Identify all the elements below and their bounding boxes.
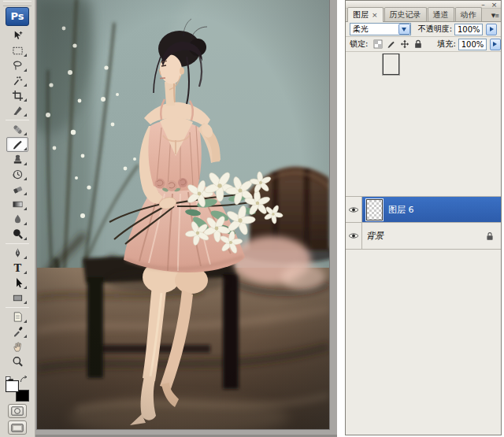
svg-text:T: T [13, 262, 21, 274]
tool-blur-icon[interactable] [6, 212, 28, 227]
tool-magic-wand-icon[interactable] [6, 73, 28, 88]
blend-mode-value: 柔光 [350, 24, 398, 35]
close-button[interactable]: × [491, 2, 498, 8]
tool-eyedropper-icon[interactable] [6, 324, 28, 339]
tool-pen-icon[interactable] [6, 246, 28, 261]
tab-通道[interactable]: 通道 [428, 7, 454, 21]
lock-paint-icon[interactable] [385, 39, 397, 50]
layer-thumbnail[interactable] [366, 199, 383, 220]
lock-row: 锁定: 填充: 100% [346, 37, 501, 52]
tool-marquee-icon[interactable] [6, 43, 28, 58]
tool-slice-icon[interactable] [6, 103, 28, 118]
tool-separator [6, 307, 29, 308]
layer-row[interactable]: 背景 [346, 223, 501, 250]
blend-mode-select[interactable]: 柔光 [350, 23, 411, 35]
tool-lasso-icon[interactable] [6, 58, 28, 73]
tool-healing-brush-icon[interactable] [6, 122, 28, 137]
panel-menu-icon[interactable]: ▼≡ [491, 13, 498, 19]
opacity-label: 不透明度: [418, 24, 452, 35]
opacity-slider-button[interactable] [486, 24, 497, 35]
toolbar-tools: T [0, 28, 35, 369]
tool-separator [6, 243, 29, 244]
tab-图层[interactable]: 图层× [347, 7, 384, 22]
tool-notes-icon[interactable] [6, 309, 28, 324]
foreground-color-swatch[interactable] [6, 380, 19, 392]
layers-palette: – × 图层×历史记录通道动作▼≡ 柔光 不透明度: 100% 锁定: 填充: … [345, 0, 502, 435]
layer-row-body[interactable]: 图层 6 [362, 197, 501, 222]
tool-palette: Ps T [0, 0, 35, 437]
lock-transparency-icon[interactable] [372, 39, 384, 50]
tool-path-select-icon[interactable] [6, 276, 28, 291]
layer-row-body[interactable]: 背景 [362, 223, 501, 249]
palette-grabber[interactable] [3, 1, 32, 6]
layer-row[interactable]: 图层 6 [346, 196, 501, 223]
tab-动作[interactable]: 动作 [455, 7, 482, 21]
tool-eraser-icon[interactable] [6, 182, 28, 197]
color-swatches [5, 376, 30, 402]
tab-历史记录[interactable]: 历史记录 [384, 7, 427, 21]
layer-name: 图层 6 [388, 204, 414, 216]
tool-zoom-icon[interactable] [6, 354, 28, 369]
tool-type-icon[interactable]: T [6, 261, 28, 276]
lock-move-icon[interactable] [398, 39, 410, 50]
layers-list: 图层 6背景 [346, 54, 501, 435]
tool-brush-icon[interactable] [6, 137, 28, 152]
quick-mask-button[interactable] [8, 404, 27, 418]
screen-mode-button[interactable] [8, 420, 27, 435]
blend-row: 柔光 不透明度: 100% [346, 22, 501, 37]
tab-close-icon[interactable]: × [372, 11, 378, 19]
layer-name: 背景 [366, 230, 384, 242]
layer-thumbnail[interactable] [383, 54, 399, 75]
blend-dropdown-arrow-icon[interactable] [398, 24, 410, 35]
fill-slider-button[interactable] [490, 39, 501, 50]
tab-label: 历史记录 [390, 10, 421, 19]
photoshop-logo: Ps [6, 7, 29, 26]
panel-tabs: 图层×历史记录通道动作▼≡ [346, 9, 501, 22]
tool-history-brush-icon[interactable] [6, 167, 28, 182]
lock-all-icon[interactable] [412, 39, 424, 50]
photoshop-window: Ps T [0, 0, 504, 437]
tab-label: 动作 [461, 10, 476, 19]
tool-move-icon[interactable] [6, 28, 28, 43]
tool-gradient-icon[interactable] [6, 197, 28, 212]
layer-visibility-eye-icon[interactable] [346, 223, 362, 249]
tool-crop-icon[interactable] [6, 88, 28, 103]
tool-separator [6, 120, 29, 120]
tool-dodge-icon[interactable] [6, 227, 28, 242]
fill-field[interactable]: 100% [458, 39, 487, 50]
layer-visibility-eye-icon[interactable] [346, 197, 362, 222]
lock-label: 锁定: [350, 39, 368, 50]
lock-buttons [372, 39, 424, 50]
tab-label: 图层 [353, 10, 369, 19]
swap-colors-icon[interactable] [20, 371, 28, 386]
canvas-image[interactable] [37, 0, 329, 429]
layer-lock-icon [486, 231, 494, 241]
tool-hand-icon[interactable] [6, 339, 28, 354]
tool-clone-stamp-icon[interactable] [6, 152, 28, 167]
fill-label: 填充: [437, 39, 455, 50]
opacity-field[interactable]: 100% [454, 24, 483, 35]
tab-label: 通道 [433, 10, 449, 19]
tool-shape-icon[interactable] [6, 291, 28, 306]
